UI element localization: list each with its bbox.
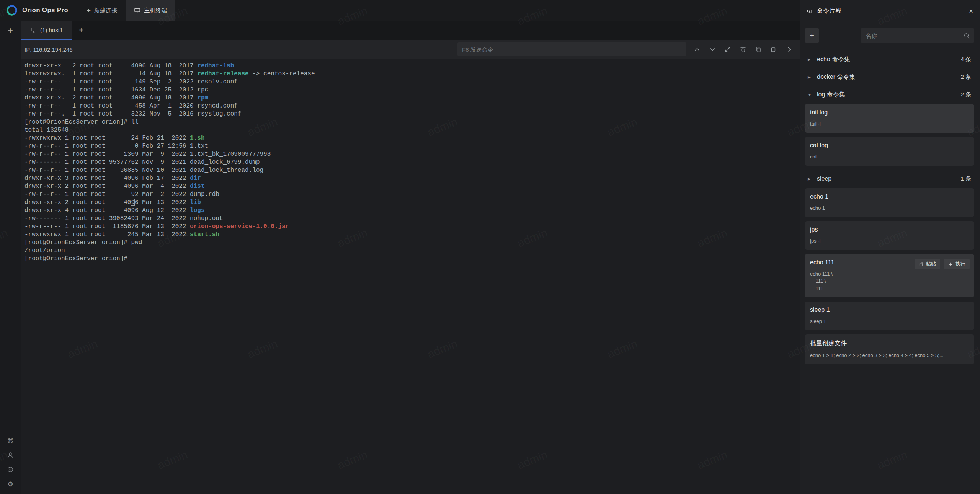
lightning-icon [948, 262, 953, 267]
group-count: 2 条 [960, 91, 971, 98]
user-icon[interactable] [7, 451, 14, 459]
scroll-down-icon[interactable] [707, 44, 718, 55]
main: + ⌘ ⚙ [0, 21, 800, 494]
terminal-tab-label: (1) host1 [40, 27, 63, 33]
send-command-input[interactable] [457, 42, 686, 56]
snippet-group-echo[interactable]: ▶ echo 命令集 4 条 [805, 51, 974, 68]
group-count: 4 条 [960, 56, 971, 63]
snippet-card-tail-log[interactable]: tail log tail -f [805, 104, 974, 133]
caret-right-icon: ▶ [808, 75, 812, 79]
snippet-card-sleep-1[interactable]: sleep 1 sleep 1 [805, 302, 974, 330]
group-count: 1 条 [960, 175, 971, 183]
group-count: 2 条 [960, 73, 971, 81]
snippet-title: sleep 1 [810, 307, 969, 313]
snippet-title: tail log [810, 109, 969, 116]
snippet-actions: 粘贴 执行 [915, 259, 970, 269]
caret-down-icon: ▼ [808, 93, 812, 97]
search-icon [964, 33, 970, 39]
monitor-icon [134, 7, 140, 14]
monitor-icon [31, 27, 37, 33]
left-rail: + ⌘ ⚙ [0, 21, 21, 494]
snippet-search-input[interactable] [865, 32, 964, 39]
terminal-tabbar: (1) host1 + [21, 21, 800, 40]
snippet-command: sleep 1 [810, 318, 969, 325]
snippet-group-log[interactable]: ▼ log 命令集 2 条 [805, 86, 974, 103]
paste-icon[interactable] [768, 44, 779, 55]
shortcut-keys-icon[interactable]: ⌘ [7, 437, 14, 444]
fullscreen-icon[interactable] [722, 44, 733, 55]
execute-snippet-button[interactable]: 执行 [944, 259, 970, 269]
snippet-card-cat-log[interactable]: cat log cat [805, 137, 974, 166]
snippet-card-jps[interactable]: jps jps -l [805, 221, 974, 250]
snippet-group-docker[interactable]: ▶ docker 命令集 2 条 [805, 68, 974, 86]
paste-button-label: 粘贴 [926, 261, 936, 267]
snippets-toolbar: + [805, 28, 974, 43]
caret-right-icon: ▶ [808, 57, 812, 62]
settings-gear-icon[interactable]: ⚙ [7, 480, 14, 488]
snippet-command: jps -l [810, 237, 969, 245]
menu-host-terminal-label: 主机终端 [144, 7, 167, 14]
brand: Orion Ops Pro [0, 0, 78, 21]
collapse-panel-icon[interactable] [784, 44, 794, 55]
feedback-circle-icon[interactable] [7, 466, 14, 473]
group-name: log 命令集 [817, 91, 845, 99]
snippets-panel-body: + ▶ echo 命令集 4 条 ▶ docker 命令集 2 条 ▼ [800, 22, 980, 494]
snippet-card-echo-111[interactable]: echo 111 echo 111 \ 111 \ 111 粘贴 执行 [805, 254, 974, 297]
scroll-up-icon[interactable] [692, 44, 702, 55]
snippets-panel-title: 命令片段 [817, 7, 841, 15]
snippet-command: cat [810, 153, 969, 160]
paste-icon [919, 262, 924, 267]
plus-icon: + [87, 7, 91, 14]
snippet-title: echo 1 [810, 193, 969, 200]
snippet-command: echo 111 \ 111 \ 111 [810, 270, 969, 292]
add-snippet-button[interactable]: + [805, 28, 819, 43]
paste-snippet-button[interactable]: 粘贴 [915, 259, 940, 269]
top-header: Orion Ops Pro + 新建连接 主机终端 [0, 0, 800, 21]
snippets-panel: 命令片段 × + ▶ echo 命令集 4 条 ▶ docker 命 [800, 0, 980, 494]
terminal-tab-host1[interactable]: (1) host1 [21, 21, 72, 40]
menu-new-connection-label: 新建连接 [94, 7, 117, 14]
snippet-command: tail -f [810, 120, 969, 127]
execute-button-label: 执行 [956, 261, 965, 267]
menu-new-connection[interactable]: + 新建连接 [78, 0, 126, 21]
snippet-title: 批量创建文件 [810, 339, 969, 347]
app-title: Orion Ops Pro [22, 7, 68, 14]
snippets-panel-header: 命令片段 × [800, 0, 980, 22]
app-logo-icon [6, 5, 18, 16]
snippet-command: echo 1 > 1; echo 2 > 2; echo 3 > 3; echo… [810, 352, 969, 359]
group-name: echo 命令集 [817, 55, 850, 64]
rail-icons: ⌘ ⚙ [7, 437, 14, 488]
snippet-card-echo-1[interactable]: echo 1 echo 1 [805, 188, 974, 217]
terminal-center: (1) host1 + IP: 116.62.194.246 [21, 21, 800, 494]
ip-address: IP: 116.62.194.246 [24, 46, 73, 53]
add-tab-button[interactable]: + [72, 21, 90, 40]
snippet-group-sleep[interactable]: ▶ sleep 1 条 [805, 170, 974, 187]
left-column: Orion Ops Pro + 新建连接 主机终端 + ⌘ [0, 0, 800, 494]
snippet-title: cat log [810, 142, 969, 149]
terminal-toolbar: IP: 116.62.194.246 [21, 40, 800, 59]
group-name: sleep [817, 175, 831, 182]
snippet-search-box [861, 28, 974, 43]
terminal-output[interactable]: drwxr-xr-x 2 root root 4096 Aug 18 2017 … [21, 59, 800, 494]
app: Orion Ops Pro + 新建连接 主机终端 + ⌘ [0, 0, 980, 494]
menu-host-terminal[interactable]: 主机终端 [126, 0, 175, 21]
snippet-title: jps [810, 226, 969, 233]
code-icon [806, 8, 813, 15]
new-terminal-button[interactable]: + [3, 24, 17, 37]
copy-icon[interactable] [753, 44, 764, 55]
snippet-card-batch-create[interactable]: 批量创建文件 echo 1 > 1; echo 2 > 2; echo 3 > … [805, 334, 974, 364]
caret-right-icon: ▶ [808, 177, 812, 181]
terminal-tool-icons [692, 44, 794, 55]
snippet-command: echo 1 [810, 204, 969, 212]
search-terminal-icon[interactable] [738, 44, 748, 55]
close-icon[interactable]: × [969, 7, 973, 15]
group-name: docker 命令集 [817, 73, 855, 81]
